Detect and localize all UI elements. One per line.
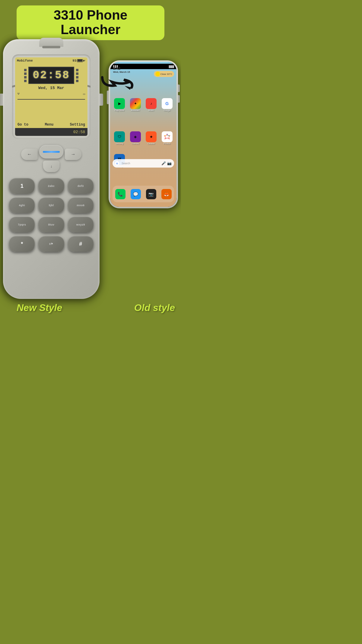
messages-icon: 💬 xyxy=(131,189,141,199)
nav-right-button[interactable]: → xyxy=(65,149,81,160)
key-star[interactable]: * xyxy=(9,236,35,252)
battery-indicator: 93 ⚡ xyxy=(72,59,86,62)
play-store-label: Play Store xyxy=(115,109,124,111)
new-style-label: New Style xyxy=(17,302,62,313)
app-row-2: 🛡 Security ◈ Themes ★ Cleaner xyxy=(113,131,174,145)
phone-screen-area: Mobifone 93 ⚡ xyxy=(12,54,91,139)
themes-icon: ◈ xyxy=(130,131,141,142)
search-placeholder: Search xyxy=(122,162,130,165)
app-music[interactable]: ♪ Music xyxy=(144,98,158,111)
lcd-screen: Mobifone 93 ⚡ xyxy=(15,57,87,136)
side-button-left[interactable] xyxy=(0,94,3,106)
signal-icon: Ψ xyxy=(17,92,20,96)
pixel-bars-right xyxy=(76,69,78,82)
lcd-status-bar: Mobifone 93 ⚡ xyxy=(15,57,87,63)
lens-icon[interactable]: 📷 xyxy=(167,161,172,165)
modern-power-button[interactable] xyxy=(178,85,180,92)
key-4[interactable]: 4ghi xyxy=(9,197,35,213)
nav-bottom-button[interactable]: ↓ xyxy=(43,161,60,172)
lcd-date: Wed, 15 Mar xyxy=(15,86,87,90)
dpad-stripe xyxy=(43,151,60,153)
lcd-clock: 02:58 xyxy=(28,67,74,84)
old-style-label: Old style xyxy=(134,302,175,313)
side-button-right[interactable] xyxy=(100,94,103,106)
key-5[interactable]: 5jkl xyxy=(38,197,64,213)
key-3[interactable]: def3 xyxy=(68,178,94,194)
key-1[interactable]: 1 xyxy=(9,178,35,194)
bottom-dock: 📞 💬 📷 🦊 xyxy=(113,186,174,202)
assistant-label: Assistant xyxy=(131,109,140,111)
photos-label: Photos xyxy=(164,143,170,145)
weather-text: Clear 33°C xyxy=(160,73,172,75)
key-2[interactable]: 2abc xyxy=(38,178,64,194)
dock-firefox[interactable]: 🦊 xyxy=(159,189,174,199)
key-hash[interactable]: # xyxy=(68,236,94,252)
music-icon: ♪ xyxy=(146,98,157,109)
weather-sun-icon xyxy=(156,72,160,76)
app-assistant[interactable]: ✦ Assistant xyxy=(129,98,143,111)
app-security[interactable]: 🛡 Security xyxy=(113,131,127,145)
nav-area: ← → ↓ xyxy=(21,142,81,172)
modern-volume-up-button[interactable] xyxy=(178,95,180,103)
security-icon: 🛡 xyxy=(114,131,125,142)
key-6[interactable]: mno6 xyxy=(68,197,94,213)
camera-icon: 📷 xyxy=(146,189,156,199)
app-google[interactable]: G Google xyxy=(160,98,174,111)
dock-messages[interactable]: 💬 xyxy=(128,189,143,199)
battery-small-icon: ▭ xyxy=(83,92,85,96)
lcd-bottom-time: 02:58 xyxy=(15,128,87,136)
app-row-1: ▶ Play Store ✦ Assistant ♪ Music G Googl… xyxy=(113,98,174,111)
carrier-name: Mobifone xyxy=(17,59,33,62)
dock-camera[interactable]: 📷 xyxy=(143,189,159,199)
battery-icon xyxy=(77,59,83,62)
themes-label: Themes xyxy=(132,143,139,145)
dpad-center[interactable] xyxy=(39,145,63,159)
key-8[interactable]: 8tuv xyxy=(38,217,64,232)
nokia-phone: Mobifone 93 ⚡ xyxy=(3,39,100,299)
nav-left-button[interactable]: ← xyxy=(21,149,38,160)
phone-top-bump xyxy=(39,38,63,47)
google-icon: G xyxy=(162,98,173,109)
softkey-right[interactable]: Setting xyxy=(70,123,85,127)
mic-icon[interactable]: 🎤 xyxy=(161,161,166,165)
keypad: 1 2abc def3 4ghi 5jkl mno6 7pqrs xyxy=(9,178,94,252)
key-9[interactable]: wxyz9 xyxy=(68,217,94,232)
cleaner-label: Cleaner xyxy=(148,143,155,145)
security-label: Security xyxy=(116,143,123,145)
photos-icon xyxy=(162,131,173,142)
music-label: Music xyxy=(148,109,154,111)
assistant-icon: ✦ xyxy=(130,98,141,109)
google-search-logo: G xyxy=(115,161,119,165)
softkey-left[interactable]: Go to xyxy=(17,123,28,127)
firefox-icon: 🦊 xyxy=(161,189,172,199)
title-container: 3310 Phone Launcher xyxy=(17,5,164,40)
key-7[interactable]: 7pqrs xyxy=(9,217,35,232)
weather-widget: Clear 33°C xyxy=(154,71,174,77)
app-title: 3310 Phone Launcher xyxy=(23,8,158,37)
dock-phone[interactable]: 📞 xyxy=(113,189,128,199)
lcd-softkeys: Go to Menu Setting xyxy=(15,123,87,127)
phone-call-icon: 📞 xyxy=(115,189,125,199)
pixel-bars-left xyxy=(24,69,27,82)
app-cleaner[interactable]: ★ Cleaner xyxy=(144,131,158,145)
signal-area: Ψ ▭ xyxy=(15,90,87,98)
softkey-center[interactable]: Menu xyxy=(45,123,53,127)
separator-line xyxy=(17,99,85,100)
app-themes[interactable]: ◈ Themes xyxy=(129,131,143,145)
phone-body: Mobifone 93 ⚡ xyxy=(3,39,100,299)
cleaner-icon: ★ xyxy=(146,131,157,142)
search-actions: 🎤 📷 xyxy=(161,161,172,165)
phone-speaker xyxy=(42,46,60,48)
app-photos[interactable]: Photos xyxy=(160,131,174,145)
google-label: Google xyxy=(164,109,170,111)
page-container: 3310 Phone Launcher New Style Old style xyxy=(0,0,181,322)
search-bar[interactable]: G Search 🎤 📷 xyxy=(113,159,174,168)
key-0[interactable]: 0⚑ xyxy=(38,236,64,252)
